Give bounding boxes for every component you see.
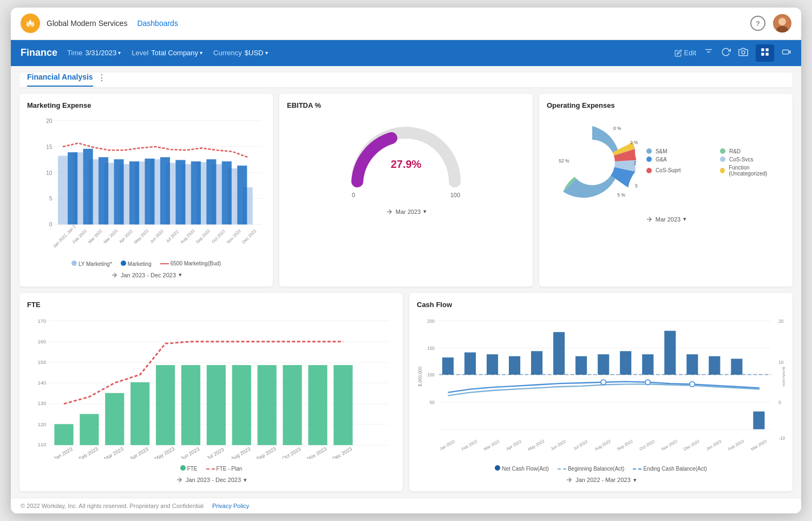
svg-rect-44	[175, 160, 185, 224]
svg-rect-142	[753, 411, 764, 429]
svg-text:Apr 2023: Apr 2023	[129, 446, 149, 459]
svg-rect-43	[160, 157, 170, 224]
svg-rect-39	[99, 157, 108, 224]
level-label: Level	[132, 49, 148, 57]
svg-text:2 %: 2 %	[634, 160, 638, 166]
svg-text:Sep 2022: Sep 2022	[616, 439, 634, 452]
svg-text:150: 150	[38, 359, 47, 364]
svg-text:0 %: 0 %	[613, 125, 621, 131]
svg-text:10: 10	[778, 360, 784, 364]
currency-label: Currency	[213, 49, 242, 57]
svg-rect-95	[258, 365, 277, 445]
company-name: Global Modern Services	[47, 19, 127, 28]
legend-cos-suprt: CoS-Suprt	[646, 165, 711, 177]
legend-fte-plan: FTE - Plan	[206, 466, 243, 472]
svg-text:Jan 2022: Jan 2022	[438, 439, 456, 451]
svg-text:140: 140	[38, 380, 47, 386]
svg-text:Feb 2022: Feb 2022	[72, 229, 88, 245]
cashflow-chevron: ▾	[633, 477, 637, 484]
cashflow-chart-svg: 200 150 100 50 20 10 0 -10 $,000,000 $,0…	[417, 313, 785, 459]
svg-text:Mar 2022: Mar 2022	[87, 229, 103, 245]
svg-text:Mar 2023: Mar 2023	[102, 229, 119, 245]
marketing-date-nav[interactable]: Jan 2023 - Dec 2023 ▾	[27, 271, 265, 279]
svg-text:52 %: 52 %	[559, 158, 569, 164]
svg-rect-47	[222, 161, 232, 224]
svg-text:15: 15	[46, 144, 53, 149]
currency-value[interactable]: $USD ▾	[245, 49, 268, 57]
time-filter: Time 3/31/2023 ▾	[67, 49, 121, 57]
fte-title: FTE	[27, 301, 395, 309]
svg-rect-133	[553, 332, 565, 375]
svg-text:$,000,000: $,000,000	[782, 367, 785, 387]
refresh-icon[interactable]	[721, 47, 731, 59]
video-icon[interactable]	[782, 47, 791, 59]
svg-text:Jun 2022: Jun 2022	[149, 229, 165, 244]
legend-rd: R&D	[720, 148, 785, 154]
svg-rect-89	[105, 393, 124, 445]
svg-text:Feb 2023: Feb 2023	[727, 439, 744, 452]
cashflow-legend: Net Cash Flow(Act) Beginning Balance(Act…	[417, 465, 785, 472]
svg-text:110: 110	[38, 442, 47, 447]
workday-logo	[21, 14, 40, 33]
tab-options-dots[interactable]: ⋮	[97, 73, 106, 87]
svg-rect-24	[58, 155, 68, 224]
operating-title: Operating Expenses	[547, 101, 785, 109]
donut-svg: 52 % 5 % 2 % 2 % 0 % 38 %	[547, 114, 638, 211]
time-value[interactable]: 3/31/2023 ▾	[85, 49, 121, 57]
svg-rect-10	[766, 53, 769, 55]
svg-rect-128	[442, 357, 454, 375]
ebitda-chevron: ▾	[423, 208, 427, 215]
svg-text:Apr 2022: Apr 2022	[118, 229, 134, 244]
svg-text:Sep 2022: Sep 2022	[195, 229, 211, 245]
filter-icon[interactable]	[704, 47, 713, 59]
level-value[interactable]: Total Company ▾	[151, 49, 202, 57]
help-icon[interactable]: ?	[750, 16, 765, 31]
svg-rect-97	[308, 365, 327, 445]
fte-date-nav[interactable]: Jan 2023 - Dec 2023 ▾	[27, 476, 395, 484]
fte-legend: FTE FTE - Plan	[27, 465, 395, 472]
user-avatar[interactable]	[773, 14, 791, 32]
svg-rect-92	[181, 365, 200, 445]
svg-rect-141	[731, 359, 742, 374]
privacy-policy-link[interactable]: Privacy Policy	[212, 503, 249, 509]
svg-rect-94	[232, 365, 251, 445]
cashflow-date-nav[interactable]: Jan 2022 - Mar 2023 ▾	[417, 476, 785, 484]
svg-text:20: 20	[46, 118, 53, 124]
svg-rect-131	[509, 356, 520, 374]
svg-text:200: 200	[427, 318, 435, 323]
dashboards-link[interactable]: Dashboards	[137, 19, 178, 28]
time-chevron: ▾	[118, 50, 121, 56]
level-filter: Level Total Company ▾	[132, 49, 202, 57]
svg-rect-88	[80, 414, 99, 445]
main-content: Financial Analysis ⋮ Marketing Expense $…	[11, 66, 801, 498]
svg-text:-10: -10	[778, 436, 785, 441]
svg-text:Nov 2022: Nov 2022	[226, 229, 242, 245]
svg-rect-136	[620, 351, 631, 374]
gauge-chart: 27.9% 0 100	[287, 114, 525, 204]
grid-view-icon[interactable]	[756, 44, 774, 62]
svg-point-65	[569, 140, 615, 185]
svg-point-144	[645, 380, 650, 385]
finance-header: Finance Time 3/31/2023 ▾ Level Total Com…	[11, 40, 801, 66]
donut-chart-wrap: 52 % 5 % 2 % 2 % 0 % 38 % S&M R&D G&A Co…	[547, 114, 785, 211]
tab-financial-analysis[interactable]: Financial Analysis	[27, 73, 93, 87]
edit-button[interactable]: Edit	[675, 49, 696, 57]
svg-text:160: 160	[38, 339, 47, 344]
svg-rect-11	[783, 50, 789, 54]
charts-bottom-row: FTE 170 160 150 140 130 120 110	[19, 293, 793, 492]
operating-date-nav[interactable]: Mar 2023 ▾	[547, 216, 785, 223]
legend-sm: S&M	[646, 148, 711, 154]
ebitda-date-nav[interactable]: Mar 2023 ▾	[287, 208, 525, 216]
svg-rect-42	[145, 159, 154, 225]
legend-beg-balance: Beginning Balance(Act)	[558, 466, 625, 472]
svg-text:0: 0	[778, 400, 781, 405]
svg-text:Feb 2022: Feb 2022	[461, 439, 478, 452]
svg-rect-38	[83, 148, 93, 224]
svg-rect-90	[130, 382, 149, 445]
ebitda-title: EBITDA %	[287, 101, 525, 109]
legend-marketing: Marketing	[121, 260, 152, 267]
camera-icon[interactable]	[738, 47, 748, 59]
svg-rect-7	[761, 48, 764, 51]
svg-rect-132	[531, 351, 542, 374]
fte-chart-svg: 170 160 150 140 130 120 110	[27, 313, 395, 459]
